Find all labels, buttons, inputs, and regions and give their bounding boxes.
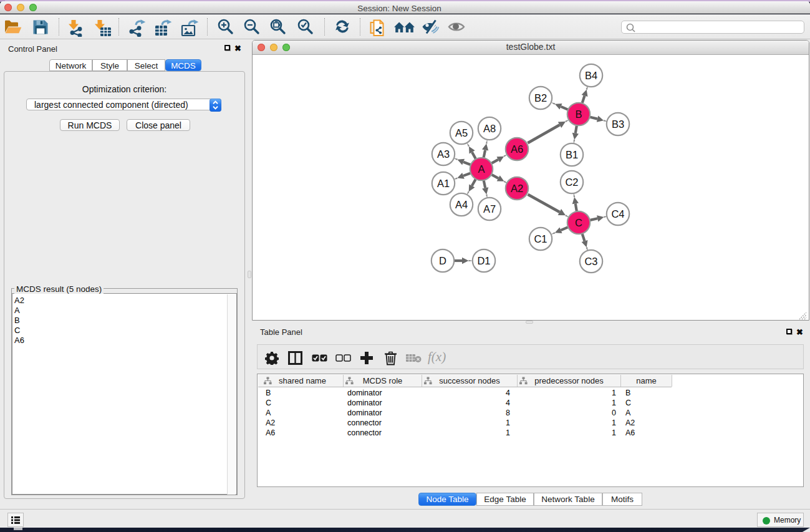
svg-text:A5: A5 [455,127,468,138]
svg-text:A6: A6 [511,143,523,155]
svg-text:C1: C1 [534,233,547,244]
svg-text:C: C [575,217,582,228]
svg-text:D1: D1 [477,255,490,266]
svg-text:A8: A8 [483,123,496,134]
svg-text:A3: A3 [437,148,450,160]
svg-text:B1: B1 [566,149,578,160]
svg-text:A7: A7 [483,203,496,215]
svg-text:B: B [575,109,582,120]
svg-text:A: A [478,163,485,175]
svg-text:B2: B2 [534,92,547,104]
svg-text:B3: B3 [612,118,624,130]
svg-text:A1: A1 [437,178,450,189]
svg-text:A2: A2 [511,183,523,194]
svg-text:D: D [439,255,446,266]
svg-text:C3: C3 [584,256,597,267]
svg-text:B4: B4 [585,70,597,81]
svg-text:A4: A4 [455,199,468,210]
svg-text:C4: C4 [611,208,624,220]
svg-text:C2: C2 [565,177,578,188]
